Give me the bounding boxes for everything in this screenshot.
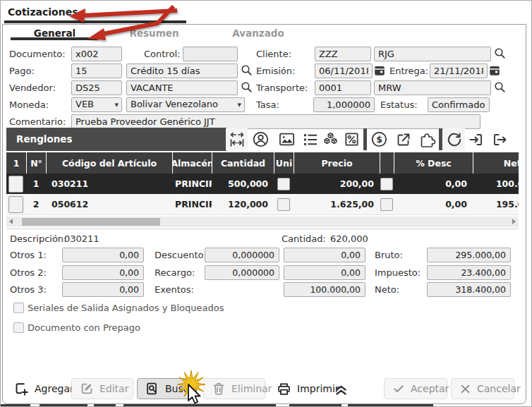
descuento-pct-input[interactable] xyxy=(205,248,279,262)
neto-total-input[interactable] xyxy=(427,282,511,297)
cell-codigo: 030211 xyxy=(46,174,172,194)
emision-label: Emisión: xyxy=(256,66,295,76)
grid-row[interactable]: 2 050612 PRINCIPAL 120,000 1.625,00 0,00… xyxy=(6,194,519,215)
recargo-label: Recargo: xyxy=(155,267,195,278)
grid-row[interactable]: 1 030211 PRINCIPAL 500,000 200,00 0,00 1… xyxy=(6,174,519,194)
percent-box-icon[interactable] xyxy=(341,128,361,150)
comentario-input[interactable] xyxy=(71,114,480,129)
otros3-input[interactable] xyxy=(62,282,144,297)
image-icon[interactable] xyxy=(275,128,298,150)
row-flag-checkbox[interactable] xyxy=(380,198,393,211)
transporte-search-icon[interactable] xyxy=(494,81,506,96)
cell-almacen: PRINCIPAL xyxy=(172,174,212,194)
aceptar-button[interactable]: Aceptar xyxy=(384,378,447,399)
scroll-left-icon[interactable] xyxy=(9,219,13,224)
otros2-input[interactable] xyxy=(62,265,144,280)
list-icon[interactable] xyxy=(300,128,321,150)
estatus-input[interactable] xyxy=(428,97,490,112)
window-tab-cotizaciones[interactable]: Cotizaciones xyxy=(8,6,78,18)
moneda-name-select[interactable]: Bolivar Venezolano▼ xyxy=(126,97,245,112)
seriales-checkbox[interactable] xyxy=(13,303,24,313)
cell-neto: 100.000,00 xyxy=(473,174,519,194)
cliente-search-icon[interactable] xyxy=(494,47,506,62)
col-header-precio[interactable]: Precio xyxy=(294,152,380,174)
transporte-name-input[interactable] xyxy=(374,80,491,95)
puzzle-icon[interactable] xyxy=(416,128,438,150)
col-header-codigo[interactable]: Código del Artículo xyxy=(46,152,172,174)
recargo-amount-input[interactable] xyxy=(284,265,365,280)
uni-checkbox[interactable] xyxy=(277,198,290,211)
descripcion-label: Descripción: xyxy=(10,233,66,244)
emision-calendar-icon[interactable] xyxy=(374,65,385,79)
control-label: Control: xyxy=(144,49,180,59)
col-header-uni[interactable]: Uni xyxy=(274,152,294,174)
scrollbar-thumb[interactable] xyxy=(22,218,160,226)
cliente-name-input[interactable] xyxy=(374,47,491,61)
emision-input[interactable] xyxy=(315,63,373,78)
cell-desc: 0,00 xyxy=(394,194,473,214)
col-header-cantidad[interactable]: Cantidad xyxy=(212,152,274,174)
dollar-circle-icon[interactable]: $ xyxy=(368,128,390,150)
cell-precio: 200,00 xyxy=(294,174,380,194)
prepago-checkbox[interactable] xyxy=(13,322,24,333)
exentos-input[interactable] xyxy=(284,282,365,297)
transporte-code-input[interactable] xyxy=(315,80,371,95)
pago-name-input[interactable] xyxy=(126,63,238,78)
recargo-pct-input[interactable] xyxy=(205,265,279,280)
cliente-label: Cliente: xyxy=(256,49,291,59)
scroll-right-icon[interactable] xyxy=(512,219,516,224)
moneda-code-select[interactable]: VEB▼ xyxy=(71,97,122,112)
col-header-numero[interactable]: N° xyxy=(26,152,46,174)
agregar-label: Agregar xyxy=(35,383,74,394)
vendedor-code-input[interactable] xyxy=(71,80,122,95)
cliente-code-input[interactable] xyxy=(315,47,371,61)
col-header-chk[interactable] xyxy=(380,152,394,174)
tab-avanzado[interactable]: Avanzado xyxy=(205,28,311,40)
buscar-button[interactable]: Buscar xyxy=(137,378,195,399)
entrega-calendar-icon[interactable] xyxy=(489,65,500,79)
row-select-checkbox[interactable] xyxy=(8,176,23,193)
entrega-input[interactable] xyxy=(430,63,488,78)
vendedor-search-icon[interactable] xyxy=(241,81,253,96)
col-header-sel[interactable]: 1 xyxy=(6,152,26,174)
pago-code-input[interactable] xyxy=(71,63,122,78)
bruto-input[interactable] xyxy=(427,248,511,262)
uni-checkbox[interactable] xyxy=(277,178,290,190)
editar-button[interactable]: Editar xyxy=(71,378,133,399)
agregar-button[interactable]: Agregar xyxy=(6,378,81,399)
packages-icon[interactable] xyxy=(320,128,341,150)
check-icon xyxy=(392,382,406,396)
otros1-label: Otros 1: xyxy=(10,250,47,260)
user-icon[interactable] xyxy=(249,128,272,150)
col-header-desc[interactable]: % Desc xyxy=(394,152,473,174)
documento-input[interactable] xyxy=(71,47,122,61)
export-icon[interactable] xyxy=(488,128,511,150)
tasa-label: Tasa: xyxy=(256,99,279,110)
refresh-icon[interactable] xyxy=(443,128,465,150)
row-select-checkbox[interactable] xyxy=(8,196,23,213)
resize-columns-icon[interactable] xyxy=(226,128,248,150)
chevron-down-icon: ▼ xyxy=(238,102,241,108)
entrega-label: Entrega: xyxy=(389,66,428,76)
col-header-almacen[interactable]: Almacén xyxy=(172,152,212,174)
descuento-amount-input[interactable] xyxy=(284,248,365,262)
collapse-toolbar-icon[interactable] xyxy=(332,382,350,399)
col-header-neto[interactable]: Neto xyxy=(473,152,519,174)
tasa-input[interactable] xyxy=(313,97,375,112)
row-flag-checkbox[interactable] xyxy=(380,178,393,190)
vendedor-name-input[interactable] xyxy=(126,80,238,95)
eliminar-button[interactable]: Eliminar xyxy=(203,378,265,399)
grid-header-row: 1 N° Código del Artículo Almacén Cantida… xyxy=(6,152,519,174)
printer-icon xyxy=(276,381,292,397)
buscar-label: Buscar xyxy=(165,383,199,394)
tab-resumen[interactable]: Resumen xyxy=(103,28,205,40)
cancelar-button[interactable]: Cancelar xyxy=(451,378,514,399)
pago-search-icon[interactable] xyxy=(241,64,253,79)
import-icon[interactable] xyxy=(466,128,487,150)
control-input[interactable] xyxy=(183,47,238,61)
cell-numero: 1 xyxy=(26,174,46,194)
grid-horizontal-scrollbar[interactable] xyxy=(6,217,519,227)
impuesto-input[interactable] xyxy=(427,265,511,280)
external-link-icon[interactable] xyxy=(392,128,415,150)
otros1-input[interactable] xyxy=(62,248,144,262)
